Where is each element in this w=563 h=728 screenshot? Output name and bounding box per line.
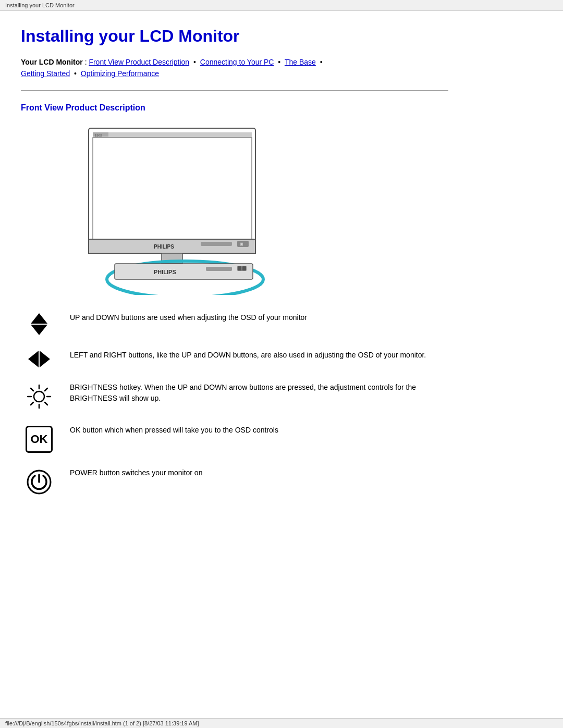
page-title: Installing your LCD Monitor xyxy=(21,27,448,46)
updown-description: UP and DOWN buttons are used when adjust… xyxy=(70,312,448,323)
svg-text:150S: 150S xyxy=(95,134,102,137)
nav-link-optimizing[interactable]: Optimizing Performance xyxy=(81,69,159,78)
ok-button-icon: OK xyxy=(21,425,57,453)
svg-point-18 xyxy=(34,391,44,402)
svg-rect-1 xyxy=(93,132,252,138)
svg-rect-7 xyxy=(201,242,232,246)
svg-rect-2 xyxy=(93,138,252,239)
nav-link-connecting[interactable]: Connecting to Your PC xyxy=(200,58,274,66)
browser-tab-title: Installing your LCD Monitor xyxy=(0,0,563,11)
bullet-4: • xyxy=(74,69,77,78)
nav-link-getting-started[interactable]: Getting Started xyxy=(21,69,70,78)
icon-row-ok: OK OK button which when pressed will tak… xyxy=(21,425,448,453)
updown-arrows-icon xyxy=(21,312,57,335)
power-button-icon xyxy=(21,467,57,496)
svg-rect-14 xyxy=(206,267,232,271)
nav-link-front-view[interactable]: Front View Product Description xyxy=(89,58,189,66)
section-divider xyxy=(21,90,448,91)
bullet-2: • xyxy=(278,58,280,66)
icon-row-updown: UP and DOWN buttons are used when adjust… xyxy=(21,312,448,335)
brightness-icon xyxy=(21,382,57,410)
ok-description: OK button which when pressed will take y… xyxy=(70,425,448,436)
icon-row-brightness: BRIGHTNESS hotkey. When the UP and DOWN … xyxy=(21,382,448,410)
svg-text:⊞: ⊞ xyxy=(240,242,243,246)
bullet-1: • xyxy=(193,58,196,66)
icon-row-power: POWER button switches your monitor on xyxy=(21,467,448,496)
svg-line-23 xyxy=(31,388,33,391)
svg-line-26 xyxy=(31,402,33,405)
svg-line-24 xyxy=(45,402,47,405)
svg-text:PHILIPS: PHILIPS xyxy=(154,244,174,250)
bullet-3: • xyxy=(320,58,323,66)
leftright-arrows-icon xyxy=(21,350,57,367)
nav-breadcrumb: Your LCD Monitor : Front View Product De… xyxy=(21,56,448,80)
power-description: POWER button switches your monitor on xyxy=(70,467,448,478)
svg-rect-17 xyxy=(242,266,246,270)
svg-rect-12 xyxy=(115,264,253,279)
svg-text:PHILIPS: PHILIPS xyxy=(154,269,176,275)
ok-label: OK xyxy=(26,426,53,453)
svg-rect-16 xyxy=(238,266,241,270)
nav-link-base[interactable]: The Base xyxy=(285,58,316,66)
svg-line-25 xyxy=(45,388,47,391)
monitor-illustration: 150S PHILIPS ⊞ PHILIPS xyxy=(73,123,448,297)
nav-prefix: Your LCD Monitor xyxy=(21,58,83,66)
section-title-front-view: Front View Product Description xyxy=(21,103,448,113)
icon-row-leftright: LEFT and RIGHT buttons, like the UP and … xyxy=(21,350,448,367)
brightness-description: BRIGHTNESS hotkey. When the UP and DOWN … xyxy=(70,382,448,404)
leftright-description: LEFT and RIGHT buttons, like the UP and … xyxy=(70,350,448,361)
